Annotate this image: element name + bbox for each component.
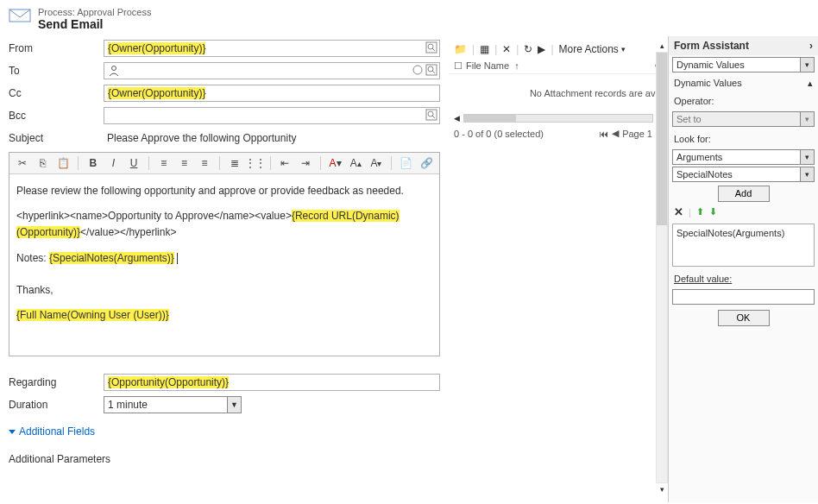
bullet-list-icon[interactable]: ⋮⋮: [248, 155, 263, 171]
copy-icon[interactable]: ⎘: [35, 155, 51, 171]
bold-icon[interactable]: B: [85, 155, 101, 171]
numbered-list-icon[interactable]: ≣: [227, 155, 242, 171]
font-color-icon[interactable]: A▾: [328, 155, 343, 171]
additional-fields-toggle[interactable]: Additional Fields: [9, 425, 440, 438]
attachment-panel: 📁 | ▦ | ✕ | ↻ ▶ | More Actions ▾ ☐ File …: [449, 36, 668, 502]
insert-icon[interactable]: 📄: [399, 155, 414, 171]
checkbox-col[interactable]: ☐: [454, 60, 466, 72]
separator: [270, 156, 271, 170]
vscroll-track[interactable]: [656, 52, 668, 483]
grid-icon[interactable]: ▦: [480, 43, 489, 55]
dropdown-icon[interactable]: ▾: [800, 58, 814, 72]
dropdown-icon[interactable]: ▾: [800, 167, 814, 181]
subject-input[interactable]: Please Approve the following Opportunity: [104, 129, 440, 147]
envelope-icon: [9, 7, 31, 24]
expand-icon[interactable]: ›: [809, 40, 813, 52]
lookfor-select-1[interactable]: Arguments ▾: [672, 149, 815, 165]
align-right-icon[interactable]: ≡: [197, 155, 212, 171]
add-button[interactable]: Add: [718, 186, 770, 202]
lookup-icon[interactable]: [425, 64, 437, 76]
token-controls: ✕ | ⬆ ⬇: [669, 205, 818, 222]
fa-section-label: Dynamic Values: [674, 78, 742, 89]
default-value-input[interactable]: [672, 289, 815, 305]
to-label: To: [9, 65, 104, 77]
font-size-down-icon[interactable]: A▾: [368, 155, 384, 171]
lookfor-value-1: Arguments: [676, 152, 722, 162]
italic-icon[interactable]: I: [106, 155, 122, 171]
attachment-toolbar: 📁 | ▦ | ✕ | ↻ ▶ | More Actions ▾: [449, 40, 668, 59]
lookfor-label: Look for:: [674, 134, 813, 144]
editor-content[interactable]: Please review the following opportunity …: [9, 174, 439, 356]
separator: |: [551, 43, 553, 55]
token-list[interactable]: SpecialNotes(Arguments): [672, 224, 815, 267]
lookfor-select-2[interactable]: SpecialNotes ▾: [672, 167, 815, 182]
empty-text: No Attachment records are avai: [530, 88, 663, 98]
editor-toolbar: ✂ ⎘ 📋 B I U ≡ ≡ ≡ ≣ ⋮⋮ ⇤ ⇥ A▾ A▴ A: [9, 153, 439, 174]
duration-label: Duration: [9, 399, 104, 411]
new-attachment-icon[interactable]: 📁: [454, 43, 467, 55]
ok-button[interactable]: OK: [718, 310, 770, 326]
lookfor-value-2: SpecialNotes: [676, 169, 733, 180]
dropdown-icon[interactable]: ▾: [800, 112, 814, 126]
dropdown-icon[interactable]: ▾: [800, 150, 814, 164]
delete-icon[interactable]: ✕: [502, 43, 511, 55]
svg-line-3: [432, 48, 435, 51]
subject-label: Subject: [9, 132, 104, 144]
resolve-icon[interactable]: [412, 64, 424, 76]
header-text: Process: Approval Process Send Email: [38, 7, 151, 31]
body-signature: {Full Name(Owning User (User))}: [16, 309, 169, 321]
outdent-icon[interactable]: ⇤: [278, 155, 293, 171]
dropdown-icon[interactable]: ▼: [227, 397, 241, 413]
collapse-icon[interactable]: ▴: [808, 78, 813, 89]
operator-select[interactable]: Set to ▾: [672, 111, 815, 127]
move-down-icon[interactable]: ⬇: [709, 206, 717, 217]
from-input[interactable]: {Owner(Opportunity)}: [104, 40, 440, 57]
filename-column[interactable]: File Name ↑: [466, 60, 655, 72]
body-hyperlink: <hyperlink><name>Opportunity to Approve<…: [16, 208, 432, 241]
more-actions-label: More Actions: [559, 43, 619, 55]
to-input[interactable]: [104, 62, 440, 79]
hyper-prefix: <hyperlink><name>Opportunity to Approve<…: [16, 210, 292, 222]
fa-section-header[interactable]: Dynamic Values ▴: [674, 78, 813, 92]
align-left-icon[interactable]: ≡: [156, 155, 172, 171]
attachment-hscroll[interactable]: ◀ ▶: [449, 112, 668, 124]
filename-label: File Name: [466, 60, 509, 71]
more-actions-menu[interactable]: More Actions ▾: [559, 43, 626, 55]
lookup-icon[interactable]: [425, 109, 437, 121]
separator: [391, 156, 392, 170]
scroll-left-icon[interactable]: ◀: [454, 114, 460, 123]
body-notes: Notes: {SpecialNotes(Arguments)}: [16, 250, 432, 267]
separator: [320, 156, 321, 170]
link-icon[interactable]: 🔗: [418, 155, 434, 171]
notes-token: {SpecialNotes(Arguments)}: [49, 252, 174, 264]
refresh-icon[interactable]: ↻: [524, 43, 532, 55]
indent-icon[interactable]: ⇥: [298, 155, 313, 171]
bcc-label: Bcc: [9, 110, 104, 122]
duration-select[interactable]: 1 minute ▼: [104, 396, 242, 413]
scroll-up-icon[interactable]: ▴: [656, 40, 668, 52]
fa-top-select[interactable]: Dynamic Values ▾: [672, 57, 815, 72]
move-up-icon[interactable]: ⬆: [696, 206, 704, 217]
vscroll-thumb[interactable]: [657, 53, 667, 225]
align-center-icon[interactable]: ≡: [177, 155, 192, 171]
underline-icon[interactable]: U: [126, 155, 142, 171]
regarding-input[interactable]: {Opportunity(Opportunity)}: [104, 374, 440, 391]
run-icon[interactable]: ▶: [538, 43, 545, 55]
cc-input[interactable]: {Owner(Opportunity)}: [104, 85, 440, 102]
scroll-track[interactable]: [463, 114, 653, 123]
separator: |: [472, 43, 475, 55]
prev-page-icon[interactable]: ◀: [612, 128, 619, 139]
vertical-scroll[interactable]: ▴ ▾: [656, 40, 668, 495]
first-page-icon[interactable]: ⏮: [599, 129, 608, 139]
bcc-input[interactable]: [104, 107, 440, 124]
separator: [219, 156, 220, 170]
cut-icon[interactable]: ✂: [15, 155, 30, 171]
font-size-up-icon[interactable]: A▴: [348, 155, 363, 171]
remove-icon[interactable]: ✕: [674, 205, 683, 218]
token-item: SpecialNotes(Arguments): [676, 228, 784, 238]
scroll-thumb[interactable]: [464, 115, 516, 122]
from-label: From: [9, 42, 104, 54]
paste-icon[interactable]: 📋: [55, 155, 71, 171]
lookup-icon[interactable]: [425, 41, 437, 54]
scroll-down-icon[interactable]: ▾: [656, 483, 668, 495]
